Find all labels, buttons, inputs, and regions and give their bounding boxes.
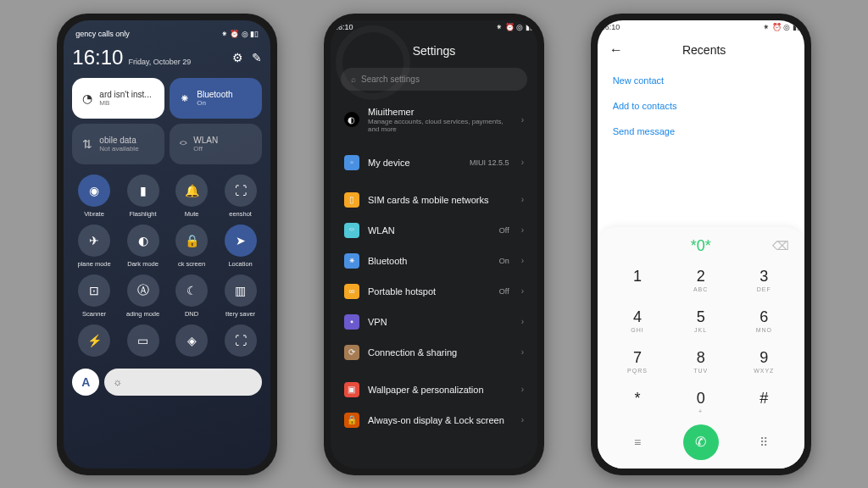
toggle-vibrate[interactable]: ◉Vibrate bbox=[72, 175, 116, 218]
chevron-right-icon: › bbox=[521, 415, 524, 424]
toggle-icon: ▭ bbox=[127, 324, 159, 357]
phone-control-center: gency calls only ⁕ ⏰ ◎ ▮▯ 16:10 Friday, … bbox=[57, 14, 277, 475]
page-title: Settings bbox=[331, 34, 537, 64]
toggle-icon: ➤ bbox=[225, 225, 257, 257]
settings-row-wallpaper-personalization[interactable]: ▣Wallpaper & personalization› bbox=[334, 374, 534, 405]
toggle-dark-mode[interactable]: ◐Dark mode bbox=[121, 225, 165, 268]
row-icon: ⟳ bbox=[344, 345, 359, 360]
dialkey-9[interactable]: 9WXYZ bbox=[732, 343, 796, 380]
tile-icon: ⇅ bbox=[82, 137, 92, 151]
quick-tile-wlan[interactable]: ⌔WLANOff bbox=[170, 124, 262, 164]
toggle-icon: ⚡ bbox=[78, 324, 110, 357]
settings-row-connection-sharing[interactable]: ⟳Connection & sharing› bbox=[334, 337, 534, 368]
action-add-to-contacts[interactable]: Add to contacts bbox=[613, 93, 789, 119]
dialkey-4[interactable]: 4GHI bbox=[606, 302, 670, 340]
row-icon: ▪ bbox=[344, 314, 359, 330]
settings-row-vpn[interactable]: ▪VPN› bbox=[334, 307, 534, 337]
dialkey-5[interactable]: 5JKL bbox=[669, 302, 732, 340]
backspace-icon[interactable]: ⌫ bbox=[772, 239, 789, 252]
dialkey-3[interactable]: 3DEF bbox=[732, 262, 796, 299]
toggle-eenshot[interactable]: ⛶eenshot bbox=[219, 175, 263, 218]
menu-button[interactable]: ≡ bbox=[606, 435, 670, 449]
toggle-mute[interactable]: 🔔Mute bbox=[170, 175, 214, 218]
brightness-slider[interactable]: ☼ bbox=[104, 369, 262, 396]
quick-tile-obile-data[interactable]: ⇅obile dataNot available bbox=[72, 124, 164, 164]
toggle-scanner[interactable]: ⊡Scanner bbox=[72, 274, 116, 318]
status-icons: ⁕ ⏰ ◎ ▮▯ bbox=[763, 23, 801, 31]
toggle-location[interactable]: ➤Location bbox=[219, 225, 263, 268]
call-button[interactable]: ✆ bbox=[683, 424, 719, 460]
gear-icon[interactable]: ⚙ bbox=[232, 51, 243, 64]
row-icon: ∞ bbox=[344, 284, 359, 299]
toggle-tile[interactable]: ▭ bbox=[121, 324, 165, 360]
toggle-icon: ☾ bbox=[175, 274, 208, 307]
chevron-right-icon: › bbox=[521, 385, 524, 394]
settings-row-sim-cards-mobile-networks[interactable]: ▯SIM cards & mobile networks› bbox=[334, 185, 534, 215]
toggle-icon: 🔔 bbox=[175, 175, 208, 207]
settings-row-portable-hotspot[interactable]: ∞Portable hotspotOff› bbox=[334, 276, 534, 307]
tile-icon: ⁕ bbox=[180, 92, 190, 105]
dialkey-1[interactable]: 1 bbox=[606, 262, 670, 299]
dialkey-#[interactable]: # bbox=[732, 384, 796, 421]
quick-tile-ard-isn-t-inst-[interactable]: ◔ard isn't inst...MB bbox=[72, 78, 164, 119]
toggle-icon: 🔒 bbox=[175, 225, 208, 257]
dialkey-0[interactable]: 0+ bbox=[669, 384, 732, 421]
toggle-tile[interactable]: ⛶ bbox=[219, 324, 263, 360]
dialpad-toggle-button[interactable]: ⠿ bbox=[732, 435, 796, 449]
row-icon: ▫ bbox=[344, 155, 359, 170]
status-carrier: gency calls only bbox=[75, 30, 130, 38]
status-icons: ⁕ ⏰ ◎ ▮▯ bbox=[496, 23, 534, 31]
toggle-icon: ⊡ bbox=[78, 274, 110, 307]
toggle-icon: ✈ bbox=[78, 225, 110, 257]
toggle-dnd[interactable]: ☾DND bbox=[170, 274, 214, 318]
dialkey-*[interactable]: * bbox=[606, 384, 670, 421]
toggle-icon: ▮ bbox=[127, 175, 159, 207]
account-label: Miuithemer bbox=[368, 107, 414, 117]
toggle-ttery-saver[interactable]: ▥ttery saver bbox=[219, 274, 263, 318]
settings-row-always-on-display-lock-screen[interactable]: 🔒Always-on display & Lock screen› bbox=[334, 405, 534, 435]
toggle-icon: ⛶ bbox=[225, 324, 257, 357]
dialkey-6[interactable]: 6MNO bbox=[732, 302, 796, 340]
search-icon: ⌕ bbox=[351, 75, 356, 84]
toggle-ading-mode[interactable]: Ⓐading mode bbox=[121, 274, 165, 318]
quick-tile-bluetooth[interactable]: ⁕BluetoothOn bbox=[170, 78, 262, 119]
tile-icon: ◔ bbox=[82, 92, 92, 105]
avatar-icon: ◐ bbox=[344, 112, 359, 127]
toggle-ck-screen[interactable]: 🔒ck screen bbox=[170, 225, 214, 268]
chevron-right-icon: › bbox=[521, 286, 524, 296]
dialed-number: *0* bbox=[691, 237, 711, 255]
toggle-plane-mode[interactable]: ✈plane mode bbox=[72, 225, 116, 268]
dialkey-8[interactable]: 8TUV bbox=[669, 343, 732, 380]
account-sub: Manage accounts, cloud services, payment… bbox=[368, 118, 513, 133]
chevron-right-icon: › bbox=[521, 225, 524, 235]
settings-row-my-device[interactable]: ▫My deviceMIUI 12.5.5› bbox=[334, 147, 534, 178]
chevron-right-icon: › bbox=[521, 115, 524, 125]
action-new-contact[interactable]: New contact bbox=[613, 68, 789, 93]
toggle-icon: ◉ bbox=[78, 175, 110, 207]
dialkey-7[interactable]: 7PQRS bbox=[606, 343, 670, 380]
search-placeholder: Search settings bbox=[361, 75, 420, 84]
edit-icon[interactable]: ✎ bbox=[252, 51, 262, 64]
row-icon: 🔒 bbox=[344, 413, 359, 428]
dialkey-2[interactable]: 2ABC bbox=[669, 262, 732, 299]
settings-row-wlan[interactable]: ⌔WLANOff› bbox=[334, 215, 534, 246]
chevron-right-icon: › bbox=[521, 195, 524, 204]
toggle-tile[interactable]: ◈ bbox=[170, 324, 214, 360]
search-input[interactable]: ⌕ Search settings bbox=[341, 68, 527, 91]
phone-settings: 16:10 ⁕ ⏰ ◎ ▮▯ Settings ⌕ Search setting… bbox=[324, 14, 544, 475]
chevron-right-icon: › bbox=[521, 317, 524, 326]
auto-brightness-button[interactable]: A bbox=[72, 369, 99, 396]
action-send-message[interactable]: Send message bbox=[613, 119, 789, 144]
row-icon: ▣ bbox=[344, 382, 359, 397]
account-row[interactable]: ◐ Miuithemer Manage accounts, cloud serv… bbox=[334, 99, 534, 141]
status-bar: 16:10 ⁕ ⏰ ◎ ▮▯ bbox=[598, 20, 804, 34]
status-time: 16:10 bbox=[334, 23, 353, 31]
tile-icon: ⌔ bbox=[180, 137, 186, 151]
toggle-tile[interactable]: ⚡ bbox=[72, 324, 116, 360]
toggle-flashlight[interactable]: ▮Flashlight bbox=[121, 175, 165, 218]
settings-row-bluetooth[interactable]: ⁕BluetoothOn› bbox=[334, 246, 534, 276]
status-bar: gency calls only ⁕ ⏰ ◎ ▮▯ bbox=[72, 27, 262, 41]
clock-time: 16:10 bbox=[72, 46, 123, 69]
back-button[interactable]: ← bbox=[609, 42, 623, 58]
row-icon: ▯ bbox=[344, 192, 359, 208]
